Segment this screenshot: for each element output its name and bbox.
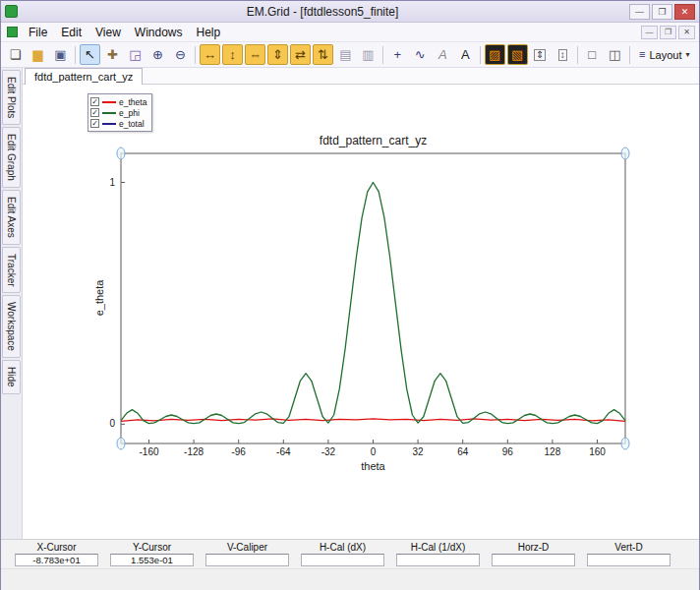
menu-view[interactable]: View xyxy=(88,24,128,41)
stretch-horizontal-button[interactable]: ↔ xyxy=(200,44,220,65)
expand-horizontal-button[interactable]: ⇔ xyxy=(245,44,265,65)
menu-edit[interactable]: Edit xyxy=(54,24,88,41)
toolbar-separator xyxy=(382,46,383,64)
mdi-close-button[interactable]: ✕ xyxy=(678,26,695,39)
status-value-h-cal-1-dx xyxy=(396,554,480,566)
x-tick-label: 128 xyxy=(545,446,561,457)
x-tick-label: -32 xyxy=(321,446,336,457)
span-toggle-icon: ◫ xyxy=(609,48,620,61)
legend-checkbox-e-theta[interactable]: ✓ xyxy=(90,97,99,106)
add-curve-button[interactable]: ∿ xyxy=(410,44,431,65)
maximize-button[interactable]: ❐ xyxy=(652,4,672,20)
resize-handle[interactable] xyxy=(621,438,629,449)
legend-checkbox-e-phi[interactable]: ✓ xyxy=(90,108,99,117)
open-file-button[interactable]: ▆ xyxy=(28,44,48,65)
italic-text-icon: A xyxy=(438,48,447,61)
autoscale-y-button[interactable]: ⇕ xyxy=(530,44,551,65)
shift-vertical-button[interactable]: ⇅ xyxy=(313,44,333,65)
x-tick-label: 32 xyxy=(413,446,425,457)
window-controls: —❐✕ xyxy=(627,4,695,20)
resize-handle[interactable] xyxy=(621,148,629,159)
grid-vertical-button[interactable]: ▥ xyxy=(358,44,379,65)
colormap-alt-icon: ▧ xyxy=(511,48,523,61)
zoom-out-icon: ⊖ xyxy=(175,48,186,61)
plot-border xyxy=(121,153,625,443)
menu-windows[interactable]: Windows xyxy=(128,24,190,41)
layout-menu-icon: ≡ xyxy=(639,49,645,60)
legend: ✓e_theta✓e_phi✓e_total xyxy=(88,93,152,132)
autoscale-x-button[interactable]: ↕ xyxy=(553,44,573,65)
status-header-y-cursor: Y-Cursor xyxy=(104,541,200,554)
status-column-vert-d: Vert-D xyxy=(581,541,676,566)
stretch-vertical-button[interactable]: ↕ xyxy=(222,44,243,65)
zoom-out-button[interactable]: ⊖ xyxy=(170,44,191,65)
toolbar-separator xyxy=(75,46,76,64)
side-tab-tracker[interactable]: Tracker xyxy=(2,247,21,294)
print-button[interactable]: ▣ xyxy=(50,44,71,65)
menu-items: FileEditViewWindowsHelp xyxy=(22,24,227,41)
mdi-restore-button[interactable]: ❐ xyxy=(660,26,676,39)
mdi-minimize-button[interactable]: — xyxy=(641,26,658,39)
zoom-in-button[interactable]: ⊕ xyxy=(147,44,168,65)
status-column-h-cal-1-dx: H-Cal (1/dX) xyxy=(390,541,486,566)
status-bar: X-Cursor-8.783e+01Y-Cursor1.553e-01V-Cal… xyxy=(1,539,699,568)
close-button[interactable]: ✕ xyxy=(674,4,695,20)
mdi-window-controls: —❐✕ xyxy=(639,26,695,39)
colormap-button[interactable]: ▨ xyxy=(485,44,505,65)
x-tick-label: -160 xyxy=(139,446,158,457)
text-label-button[interactable]: A xyxy=(455,44,476,65)
side-tab-edit-axes[interactable]: Edit Axes xyxy=(2,190,21,245)
add-marker-icon: + xyxy=(394,48,402,61)
side-tab-workspace[interactable]: Workspace xyxy=(2,295,21,358)
minimize-button[interactable]: — xyxy=(629,4,650,20)
shift-horizontal-icon: ⇄ xyxy=(295,48,306,61)
chart-title: fdtd_pattern_cart_yz xyxy=(121,134,625,148)
select-cursor-button[interactable]: ↖ xyxy=(80,44,100,65)
autoscale-x-icon: ↕ xyxy=(558,49,567,61)
menu-help[interactable]: Help xyxy=(190,24,228,41)
resize-handle[interactable] xyxy=(117,148,125,159)
legend-label: e_theta xyxy=(119,97,146,107)
status-column-y-cursor: Y-Cursor1.553e-01 xyxy=(104,541,200,566)
document-tab[interactable]: fdtd_pattern_cart_yz xyxy=(25,68,143,85)
status-columns: X-Cursor-8.783e+01Y-Cursor1.553e-01V-Cal… xyxy=(9,541,699,566)
legend-checkbox-e-total[interactable]: ✓ xyxy=(90,119,99,128)
toolbar-separator xyxy=(195,46,196,64)
side-tab-edit-plots[interactable]: Edit Plots xyxy=(2,70,21,125)
grid-horizontal-icon: ▤ xyxy=(339,48,351,61)
status-header-x-cursor: X-Cursor xyxy=(9,541,104,554)
bottom-strip xyxy=(1,568,699,590)
new-file-icon: ❏ xyxy=(10,48,22,61)
zoom-window-icon: ◲ xyxy=(129,48,141,61)
italic-text-button[interactable]: A xyxy=(433,44,453,65)
add-marker-button[interactable]: + xyxy=(387,44,408,65)
legend-item-e-phi: ✓e_phi xyxy=(90,107,146,118)
side-tab-hide[interactable]: Hide xyxy=(2,360,21,394)
grid-horizontal-button[interactable]: ▤ xyxy=(335,44,356,65)
status-header-vert-d: Vert-D xyxy=(581,541,676,554)
x-tick-label: -64 xyxy=(276,446,291,457)
toolbar-separator xyxy=(480,46,481,64)
span-toggle-button[interactable]: ◫ xyxy=(605,44,625,65)
status-column-x-cursor: X-Cursor-8.783e+01 xyxy=(9,541,104,566)
side-tab-edit-graph[interactable]: Edit Graph xyxy=(2,127,21,188)
frame-toggle-button[interactable]: □ xyxy=(582,44,603,65)
resize-handle[interactable] xyxy=(117,438,125,449)
legend-label: e_total xyxy=(119,119,145,129)
status-value-y-cursor: 1.553e-01 xyxy=(110,554,194,566)
colormap-alt-button[interactable]: ▧ xyxy=(507,44,528,65)
shift-vertical-icon: ⇅ xyxy=(318,48,328,61)
pan-hand-button[interactable]: ✚ xyxy=(102,44,123,65)
select-cursor-icon: ↖ xyxy=(85,48,95,61)
shift-horizontal-button[interactable]: ⇄ xyxy=(290,44,311,65)
x-tick-label: 160 xyxy=(589,446,606,457)
y-tick-label: 0 xyxy=(109,418,115,429)
layout-menu-button[interactable]: ≡Layout▾ xyxy=(634,44,695,65)
legend-swatch xyxy=(102,123,116,125)
expand-vertical-button[interactable]: ⇕ xyxy=(267,44,288,65)
menu-file[interactable]: File xyxy=(22,24,54,41)
new-file-button[interactable]: ❏ xyxy=(5,44,26,65)
y-tick-label: 1 xyxy=(109,177,115,188)
zoom-window-button[interactable]: ◲ xyxy=(125,44,146,65)
y-axis-label: e_theta xyxy=(93,268,105,327)
